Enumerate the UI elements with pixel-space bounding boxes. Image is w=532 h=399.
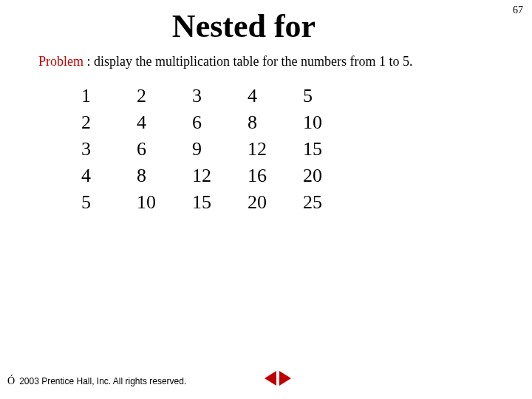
table-cell: 5 — [303, 83, 358, 109]
page-number: 67 — [513, 4, 523, 16]
table-cell: 15 — [192, 189, 248, 216]
table-cell: 6 — [137, 136, 192, 163]
table-cell: 9 — [192, 136, 248, 163]
table-cell: 3 — [81, 136, 137, 163]
table-cell: 2 — [137, 83, 192, 109]
next-icon[interactable] — [279, 371, 291, 386]
table-row: 2 4 6 8 10 — [81, 109, 358, 136]
table-cell: 12 — [248, 136, 303, 163]
multiplication-table: 1 2 3 4 5 2 4 6 8 10 3 6 9 12 15 4 8 12 … — [81, 83, 358, 216]
table-cell: 8 — [248, 109, 303, 136]
table-cell: 12 — [192, 163, 248, 189]
copyright-icon: Ó — [7, 375, 15, 387]
nav-controls — [265, 371, 291, 386]
slide-title: Nested for — [0, 7, 532, 45]
table-row: 5 10 15 20 25 — [81, 189, 358, 216]
footer: Ó 2003 Prentice Hall, Inc. All rights re… — [7, 375, 186, 387]
table-cell: 8 — [137, 163, 192, 189]
problem-text: : display the multiplication table for t… — [83, 54, 412, 69]
table-row: 1 2 3 4 5 — [81, 83, 358, 109]
table-cell: 20 — [248, 189, 303, 216]
table-cell: 4 — [137, 109, 192, 136]
table-cell: 3 — [192, 83, 248, 109]
table-cell: 10 — [303, 109, 358, 136]
table-cell: 6 — [192, 109, 248, 136]
table-cell: 5 — [81, 189, 137, 216]
table-cell: 4 — [81, 163, 137, 189]
previous-icon[interactable] — [265, 371, 276, 386]
table-cell: 15 — [303, 136, 358, 163]
table-row: 3 6 9 12 15 — [81, 136, 358, 163]
table-cell: 4 — [248, 83, 303, 109]
problem-label: Problem — [38, 54, 83, 69]
table-cell: 25 — [303, 189, 358, 216]
table-row: 4 8 12 16 20 — [81, 163, 358, 189]
table-cell: 20 — [303, 163, 358, 189]
copyright-text: 2003 Prentice Hall, Inc. All rights rese… — [19, 376, 186, 386]
table-cell: 2 — [81, 109, 137, 136]
table-cell: 10 — [137, 189, 192, 216]
problem-statement: Problem : display the multiplication tab… — [38, 54, 532, 69]
table-cell: 1 — [81, 83, 137, 109]
table-cell: 16 — [248, 163, 303, 189]
